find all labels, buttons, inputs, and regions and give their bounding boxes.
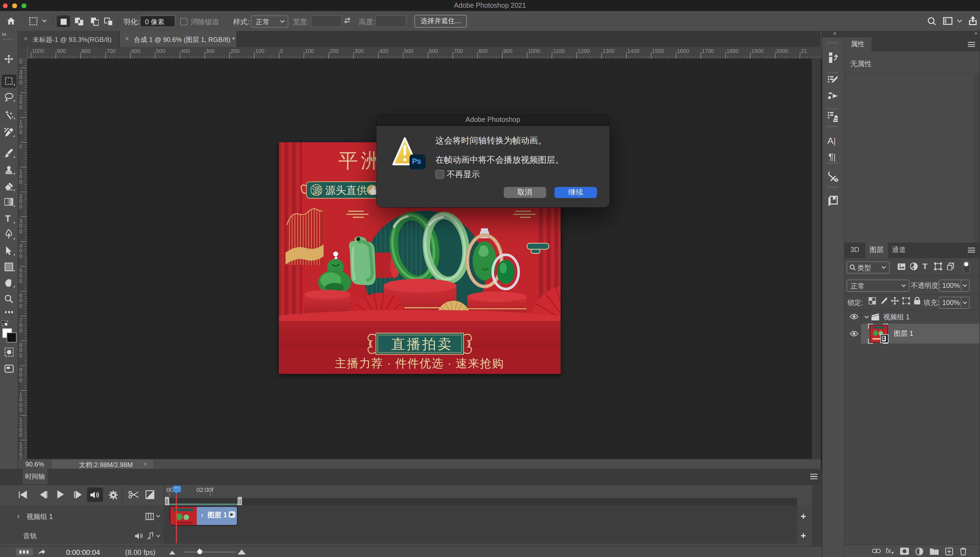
svg-text:直播拍卖: 直播拍卖	[391, 336, 453, 352]
svg-text:源头直供: 源头直供	[325, 184, 367, 196]
svg-text:源: 源	[312, 185, 321, 195]
svg-text:主播力荐 · 件件优选 · 速来抢购: 主播力荐 · 件件优选 · 速来抢购	[335, 357, 504, 370]
